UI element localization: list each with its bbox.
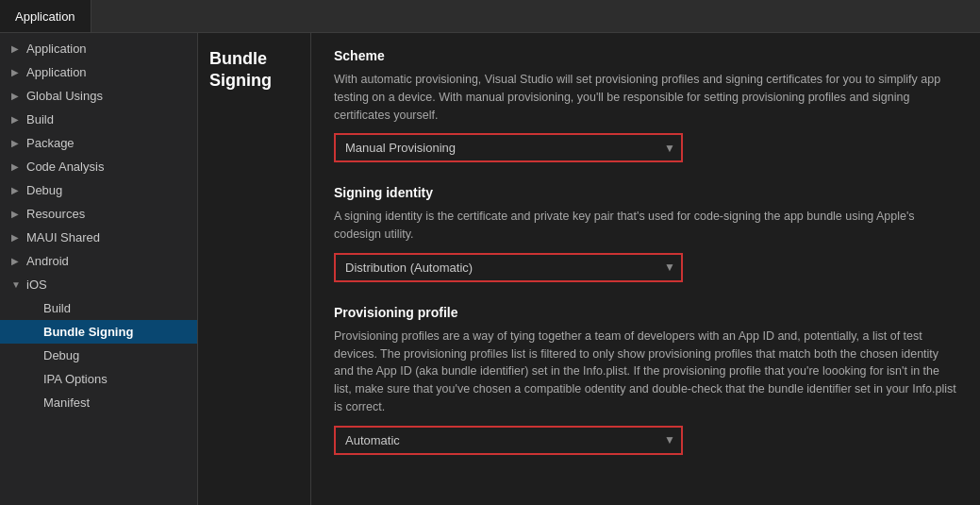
section-title: Bundle Signing bbox=[209, 48, 299, 93]
provisioning-profile-dropdown-wrapper: Automatic None ▼ bbox=[334, 426, 683, 455]
arrow-icon: ▼ bbox=[11, 279, 21, 290]
sidebar-item-label: Global Usings bbox=[26, 89, 103, 103]
sidebar-item-label: IPA Options bbox=[43, 372, 108, 386]
signing-identity-heading: Signing identity bbox=[334, 185, 957, 200]
arrow-icon: ▶ bbox=[11, 161, 21, 172]
sidebar-item-resources[interactable]: ▶ Resources bbox=[0, 202, 197, 226]
sidebar-item-label: Application bbox=[26, 42, 87, 56]
arrow-icon: ▶ bbox=[11, 91, 21, 101]
sidebar-item-ios-manifest[interactable]: Manifest bbox=[0, 391, 197, 414]
arrow-icon: ▶ bbox=[11, 114, 21, 125]
arrow-icon: ▶ bbox=[11, 67, 21, 77]
signing-identity-dropdown-wrapper: Distribution (Automatic) iPhone Develope… bbox=[334, 253, 683, 282]
scheme-heading: Scheme bbox=[334, 48, 957, 63]
provisioning-profile-section: Provisioning profile Provisioning profil… bbox=[334, 305, 957, 455]
sidebar-item-ios[interactable]: ▼ iOS bbox=[0, 273, 197, 296]
sidebar-item-label: Debug bbox=[26, 183, 62, 197]
scheme-section: Scheme With automatic provisioning, Visu… bbox=[334, 48, 957, 162]
sidebar-item-label: Bundle Signing bbox=[43, 325, 133, 339]
scheme-dropdown[interactable]: Manual Provisioning Automatic Provisioni… bbox=[334, 133, 683, 162]
sidebar-item-label: Debug bbox=[43, 348, 79, 362]
sidebar-item-label: Build bbox=[26, 112, 54, 126]
sidebar-item-ios-build[interactable]: Build bbox=[0, 296, 197, 320]
sidebar: ▶ Application ▶ Application ▶ Global Usi… bbox=[0, 33, 198, 505]
sidebar-item-label: Application bbox=[26, 65, 87, 79]
arrow-icon: ▶ bbox=[11, 185, 21, 195]
arrow-icon: ▶ bbox=[11, 232, 21, 243]
sidebar-item-android[interactable]: ▶ Android bbox=[0, 249, 197, 273]
sidebar-item-ios-bundle-signing[interactable]: Bundle Signing bbox=[0, 320, 197, 344]
sidebar-item-label: MAUI Shared bbox=[26, 230, 100, 244]
sidebar-item-label: iOS bbox=[26, 278, 47, 292]
provisioning-profile-heading: Provisioning profile bbox=[334, 305, 957, 320]
sidebar-item-ios-debug[interactable]: Debug bbox=[0, 344, 197, 367]
signing-identity-description: A signing identity is the certificate an… bbox=[334, 208, 957, 244]
sidebar-item-debug[interactable]: ▶ Debug bbox=[0, 178, 197, 202]
sidebar-item-label: Android bbox=[26, 254, 69, 268]
section-title-panel: Bundle Signing bbox=[198, 33, 311, 505]
signing-identity-section: Signing identity A signing identity is t… bbox=[334, 185, 957, 282]
sidebar-item-build[interactable]: ▶ Build bbox=[0, 108, 197, 131]
sidebar-item-label: Package bbox=[26, 136, 75, 150]
sidebar-item-application1[interactable]: ▶ Application bbox=[0, 37, 197, 60]
sidebar-item-label: Build bbox=[43, 301, 71, 315]
arrow-icon: ▶ bbox=[11, 43, 21, 54]
content-panel: Scheme With automatic provisioning, Visu… bbox=[311, 33, 980, 505]
sidebar-item-package[interactable]: ▶ Package bbox=[0, 131, 197, 155]
sidebar-item-label: Code Analysis bbox=[26, 160, 104, 174]
provisioning-profile-dropdown[interactable]: Automatic None bbox=[334, 426, 683, 455]
sidebar-item-ios-ipa[interactable]: IPA Options bbox=[0, 367, 197, 391]
arrow-icon: ▶ bbox=[11, 256, 21, 266]
arrow-icon: ▶ bbox=[11, 138, 21, 148]
scheme-description: With automatic provisioning, Visual Stud… bbox=[334, 71, 957, 124]
provisioning-profile-description: Provisioning profiles are a way of tying… bbox=[334, 328, 957, 416]
sidebar-item-code-analysis[interactable]: ▶ Code Analysis bbox=[0, 155, 197, 178]
tab-application-label: Application bbox=[15, 9, 75, 24]
sidebar-item-global-usings[interactable]: ▶ Global Usings bbox=[0, 84, 197, 108]
tab-application[interactable]: Application bbox=[0, 0, 91, 32]
main-area: ▶ Application ▶ Application ▶ Global Usi… bbox=[0, 33, 980, 505]
sidebar-item-label: Resources bbox=[26, 207, 85, 221]
scheme-dropdown-wrapper: Manual Provisioning Automatic Provisioni… bbox=[334, 133, 683, 162]
sidebar-item-application2[interactable]: ▶ Application bbox=[0, 60, 197, 84]
arrow-icon: ▶ bbox=[11, 209, 21, 219]
signing-identity-dropdown[interactable]: Distribution (Automatic) iPhone Develope… bbox=[334, 253, 683, 282]
sidebar-item-maui-shared[interactable]: ▶ MAUI Shared bbox=[0, 226, 197, 249]
top-bar: Application bbox=[0, 0, 980, 33]
sidebar-item-label: Manifest bbox=[43, 396, 90, 410]
